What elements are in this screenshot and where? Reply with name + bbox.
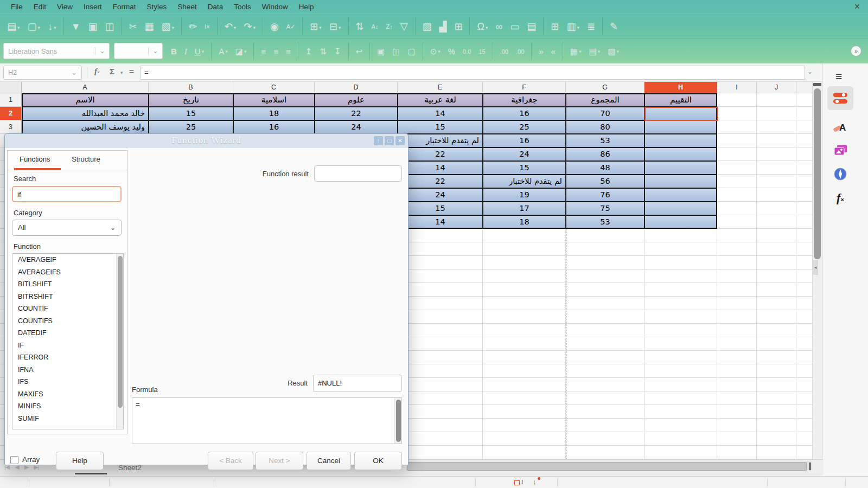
cell[interactable]: خالد محمد العبدالله [22, 107, 149, 120]
cell[interactable]: تاريخ [149, 93, 233, 107]
cell[interactable]: 56 [566, 175, 644, 188]
clear-formatting-icon[interactable]: I× [201, 16, 213, 36]
formula-scrollbar[interactable] [394, 398, 401, 444]
column-header-d[interactable]: D [315, 82, 398, 93]
cell[interactable] [717, 202, 757, 215]
cell[interactable]: الاسم [22, 93, 149, 107]
cell[interactable] [757, 351, 796, 364]
row-header-1[interactable]: 1 [0, 93, 22, 107]
cell[interactable] [644, 446, 717, 459]
cancel-button[interactable]: Cancel [307, 452, 351, 470]
cell[interactable]: 17 [483, 202, 566, 215]
bold-icon[interactable]: B [167, 42, 181, 60]
cell[interactable] [717, 378, 757, 391]
dropdown-chevron-icon[interactable]: ▾ [54, 20, 56, 36]
sidebar-gallery-icon[interactable] [827, 138, 853, 162]
cell[interactable] [717, 107, 757, 120]
cut-icon[interactable]: ✂ [125, 16, 141, 36]
cell[interactable]: 15 [398, 120, 483, 134]
align-top-icon[interactable]: ↥ [302, 42, 316, 60]
dropdown-chevron-icon[interactable]: ▾ [577, 20, 579, 36]
dropdown-chevron-icon[interactable]: ▾ [38, 20, 41, 36]
column-header-c[interactable]: C [233, 82, 315, 93]
cell[interactable] [757, 446, 796, 459]
cell[interactable] [398, 351, 483, 364]
format-number-icon[interactable]: 0.0 [459, 42, 475, 60]
paste-icon[interactable]: ▧▾ [158, 16, 178, 36]
cell[interactable] [757, 324, 796, 337]
cell[interactable] [644, 175, 717, 188]
spelling-icon[interactable]: A✓ [283, 16, 299, 36]
function-list-thumb[interactable] [118, 256, 123, 408]
cell[interactable]: 15 [483, 161, 566, 175]
cell[interactable] [566, 242, 644, 256]
vertical-scrollbar-thumb[interactable] [814, 88, 821, 259]
cell[interactable] [483, 405, 566, 419]
sort-icon[interactable]: ⇅ [352, 16, 368, 36]
cell[interactable] [717, 405, 757, 419]
menu-sheet[interactable]: Sheet [172, 3, 202, 11]
cell[interactable] [644, 188, 717, 202]
italic-icon[interactable]: I [181, 42, 191, 60]
insert-image-icon[interactable]: ▨ [419, 16, 436, 36]
cell[interactable] [644, 378, 717, 391]
font-color-icon[interactable]: A▾ [215, 42, 232, 60]
cell[interactable] [398, 229, 483, 242]
cell[interactable] [566, 378, 644, 391]
cell[interactable] [757, 161, 796, 175]
center-vertically-icon[interactable]: ⇅ [316, 42, 330, 60]
font-name-chevron-icon[interactable]: ⌄ [95, 47, 109, 55]
cell[interactable] [717, 364, 757, 378]
cell[interactable] [757, 256, 796, 269]
align-bottom-icon[interactable]: ↧ [330, 42, 345, 60]
horizontal-scrollbar-thumb[interactable] [407, 462, 807, 471]
dropdown-chevron-icon[interactable]: ▾ [579, 43, 582, 60]
cell[interactable] [566, 283, 644, 297]
cell[interactable] [717, 432, 757, 446]
cell[interactable] [757, 215, 796, 229]
sum-icon[interactable]: Σ [110, 67, 114, 76]
cell[interactable] [644, 269, 717, 283]
tab-functions[interactable]: Functions [20, 155, 50, 163]
menu-window[interactable]: Window [257, 3, 293, 11]
cell[interactable] [717, 297, 757, 310]
column-header-j[interactable]: J [757, 82, 796, 93]
cell[interactable] [483, 432, 566, 446]
column-header-b[interactable]: B [149, 82, 233, 93]
cell[interactable] [644, 364, 717, 378]
cell[interactable]: 16 [233, 120, 315, 134]
formula-scrollbar-thumb[interactable] [396, 400, 401, 442]
column-header-e[interactable]: E [398, 82, 483, 93]
dropdown-chevron-icon[interactable]: ▾ [617, 43, 620, 60]
wrap-text-icon[interactable]: ↩ [352, 42, 367, 60]
cell[interactable] [398, 405, 483, 419]
dialog-titlebar[interactable]: Function Wizard ↑ ▢ ✕ [5, 134, 408, 148]
cell[interactable] [717, 310, 757, 324]
cell[interactable] [644, 391, 717, 405]
horizontal-split-handle[interactable] [809, 463, 811, 470]
cell[interactable] [483, 269, 566, 283]
cell[interactable] [483, 242, 566, 256]
sidebar-collapse-handle[interactable]: ◂ [813, 260, 818, 275]
cell[interactable] [483, 364, 566, 378]
cell[interactable] [717, 446, 757, 459]
row-header-3[interactable]: 3 [0, 120, 22, 134]
function-item-ifna[interactable]: IFNA [12, 364, 123, 376]
sort-descending-icon[interactable]: Z↑ [382, 16, 396, 36]
merge-and-center-icon[interactable]: ▣ [373, 42, 388, 60]
cell[interactable]: 25 [149, 120, 233, 134]
cell[interactable] [398, 269, 483, 283]
cell[interactable]: 18 [483, 215, 566, 229]
cell[interactable] [644, 215, 717, 229]
cell[interactable] [398, 256, 483, 269]
underline-icon[interactable]: U▾ [191, 42, 208, 60]
cell[interactable] [757, 337, 796, 351]
cell[interactable] [757, 107, 796, 120]
pivot-table-icon[interactable]: ⊞ [450, 16, 466, 36]
cell[interactable] [757, 432, 796, 446]
cell[interactable] [644, 337, 717, 351]
align-center-icon[interactable]: ≡ [270, 42, 282, 60]
cell[interactable] [757, 391, 796, 405]
cell[interactable] [483, 378, 566, 391]
cell[interactable] [483, 419, 566, 432]
